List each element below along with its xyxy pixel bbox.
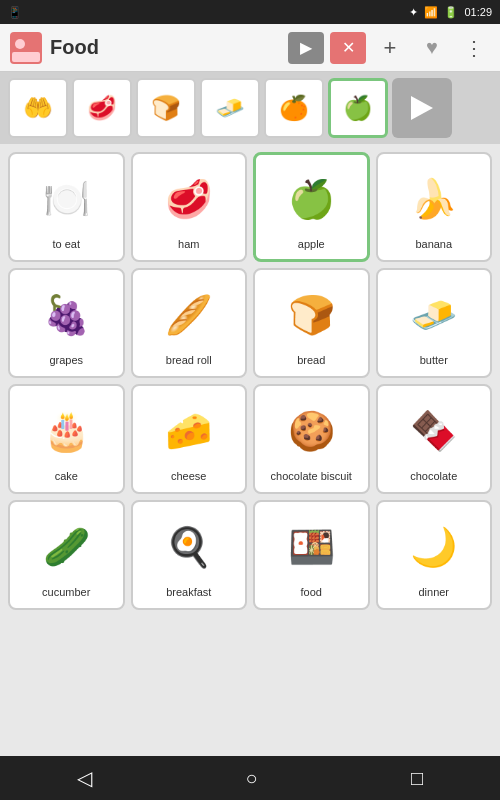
back-button[interactable]: ◁ [57, 758, 112, 798]
thumb-item-1[interactable]: 🥩 [72, 78, 132, 138]
notification-icon: 📱 [8, 6, 22, 19]
grid-item-cucumber[interactable]: 🥒cucumber [8, 500, 125, 610]
svg-rect-2 [12, 52, 40, 62]
food-icon-dinner: 🌙 [410, 512, 457, 582]
battery-icon: 🔋 [444, 6, 458, 19]
grid-item-grapes[interactable]: 🍇grapes [8, 268, 125, 378]
food-label-cucumber: cucumber [42, 586, 90, 599]
thumb-item-3[interactable]: 🧈 [200, 78, 260, 138]
food-icon-cheese: 🧀 [165, 396, 212, 466]
food-label-bread: bread [297, 354, 325, 367]
grid-item-bread[interactable]: 🍞bread [253, 268, 370, 378]
thumbnail-strip: 🤲 🥩 🍞 🧈 🍊 🍏 [0, 72, 500, 144]
food-icon-bread: 🍞 [288, 280, 335, 350]
grid-item-butter[interactable]: 🧈butter [376, 268, 493, 378]
food-label-dinner: dinner [418, 586, 449, 599]
thumb-item-4[interactable]: 🍊 [264, 78, 324, 138]
recents-button[interactable]: □ [391, 759, 443, 798]
food-icon-chocolate-biscuit: 🍪 [288, 396, 335, 466]
thumb-item-2[interactable]: 🍞 [136, 78, 196, 138]
thumb-play-button[interactable] [392, 78, 452, 138]
svg-point-1 [15, 39, 25, 49]
food-label-bread-roll: bread roll [166, 354, 212, 367]
food-label-cheese: cheese [171, 470, 206, 483]
food-icon-cake: 🎂 [43, 396, 90, 466]
grid-item-banana[interactable]: 🍌banana [376, 152, 493, 262]
grid-item-ham[interactable]: 🥩ham [131, 152, 248, 262]
food-label-apple: apple [298, 238, 325, 251]
food-label-breakfast: breakfast [166, 586, 211, 599]
food-label-cake: cake [55, 470, 78, 483]
toolbar: Food ▶ ✕ + ♥ ⋮ [0, 24, 500, 72]
home-button[interactable]: ○ [225, 759, 277, 798]
food-icon-to-eat: 🍽️ [43, 164, 90, 234]
heart-button[interactable]: ♥ [414, 32, 450, 64]
status-right: ✦ 📶 🔋 01:29 [409, 6, 492, 19]
food-grid-container: 🍽️to eat🥩ham🍏apple🍌banana🍇grapes🥖bread r… [0, 144, 500, 756]
time-display: 01:29 [464, 6, 492, 18]
food-label-chocolate: chocolate [410, 470, 457, 483]
thumb-item-5[interactable]: 🍏 [328, 78, 388, 138]
food-label-grapes: grapes [49, 354, 83, 367]
food-label-ham: ham [178, 238, 199, 251]
food-grid: 🍽️to eat🥩ham🍏apple🍌banana🍇grapes🥖bread r… [8, 152, 492, 610]
food-label-to-eat: to eat [52, 238, 80, 251]
grid-item-food[interactable]: 🍱food [253, 500, 370, 610]
grid-item-chocolate-biscuit[interactable]: 🍪chocolate biscuit [253, 384, 370, 494]
food-icon-breakfast: 🍳 [165, 512, 212, 582]
play-button[interactable]: ▶ [288, 32, 324, 64]
grid-item-bread-roll[interactable]: 🥖bread roll [131, 268, 248, 378]
food-label-banana: banana [415, 238, 452, 251]
food-icon-apple: 🍏 [288, 164, 335, 234]
food-label-butter: butter [420, 354, 448, 367]
grid-item-apple[interactable]: 🍏apple [253, 152, 370, 262]
thumb-item-0[interactable]: 🤲 [8, 78, 68, 138]
app-icon [8, 30, 44, 66]
food-icon-butter: 🧈 [410, 280, 457, 350]
food-icon-cucumber: 🥒 [43, 512, 90, 582]
status-left: 📱 [8, 6, 22, 19]
more-button[interactable]: ⋮ [456, 32, 492, 64]
grid-item-chocolate[interactable]: 🍫chocolate [376, 384, 493, 494]
food-icon-banana: 🍌 [410, 164, 457, 234]
food-icon-grapes: 🍇 [43, 280, 90, 350]
page-title: Food [50, 36, 282, 59]
grid-item-to-eat[interactable]: 🍽️to eat [8, 152, 125, 262]
wifi-icon: 📶 [424, 6, 438, 19]
food-icon-chocolate: 🍫 [410, 396, 457, 466]
food-label-chocolate-biscuit: chocolate biscuit [271, 470, 352, 483]
status-bar: 📱 ✦ 📶 🔋 01:29 [0, 0, 500, 24]
grid-item-dinner[interactable]: 🌙dinner [376, 500, 493, 610]
delete-button[interactable]: ✕ [330, 32, 366, 64]
add-button[interactable]: + [372, 32, 408, 64]
grid-item-cheese[interactable]: 🧀cheese [131, 384, 248, 494]
food-icon-bread-roll: 🥖 [165, 280, 212, 350]
food-label-food: food [301, 586, 322, 599]
grid-item-cake[interactable]: 🎂cake [8, 384, 125, 494]
bluetooth-icon: ✦ [409, 6, 418, 19]
bottom-nav: ◁ ○ □ [0, 756, 500, 800]
food-icon-ham: 🥩 [165, 164, 212, 234]
food-icon-food: 🍱 [288, 512, 335, 582]
grid-item-breakfast[interactable]: 🍳breakfast [131, 500, 248, 610]
